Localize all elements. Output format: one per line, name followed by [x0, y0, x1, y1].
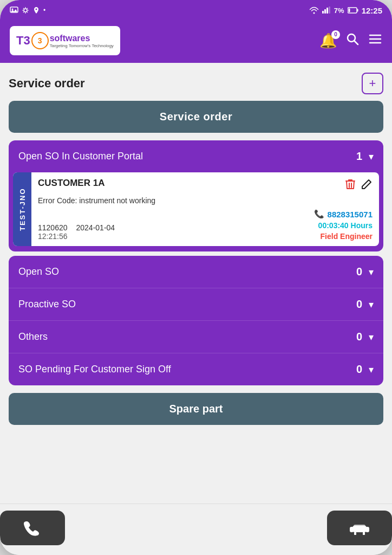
status-bar-right: 7% 12:25 [309, 6, 382, 15]
phone-nav-button[interactable] [0, 511, 65, 545]
open-so-count: 0 [356, 266, 362, 278]
open-so-header[interactable]: Open SO 0 ▾ [9, 256, 383, 288]
open-so-right: 0 ▾ [356, 266, 374, 278]
header-icons: 🔔 0 [319, 32, 382, 50]
logo-t3: T3 [16, 34, 30, 48]
delete-button[interactable] [344, 178, 356, 194]
logo-softwares: softwares [50, 34, 114, 43]
plus-icon: + [369, 76, 376, 91]
edit-icon [361, 178, 373, 190]
card-top-row: CUSTOMER 1A [38, 178, 373, 194]
so-pending-item: SO Pending For Customer Sign Off 0 ▾ [9, 353, 383, 385]
so-pending-header[interactable]: SO Pending For Customer Sign Off 0 ▾ [9, 353, 383, 385]
add-service-order-button[interactable]: + [362, 73, 383, 94]
error-code: Error Code: instrument not working [38, 196, 373, 205]
svg-rect-17 [350, 527, 354, 532]
open-so-customer-portal-label: Open SO In Customer Portal [18, 151, 143, 162]
card-actions [344, 178, 373, 194]
so-pending-count: 0 [356, 363, 362, 376]
phone-icon: 📞 [314, 209, 324, 219]
svg-point-2 [24, 9, 27, 12]
wifi-icon [309, 7, 319, 14]
page-header-row: Service order + [9, 73, 383, 94]
hamburger-icon [368, 32, 382, 46]
bottom-nav [0, 504, 392, 555]
phone-frame: • 7% 12:25 [0, 0, 392, 555]
spare-btn-label: Spare part [169, 403, 223, 415]
chevron-down-icon: ▾ [369, 364, 374, 376]
open-so-item: Open SO 0 ▾ [9, 256, 383, 288]
svg-rect-6 [326, 8, 328, 14]
image-icon [10, 7, 18, 14]
app-header: T3 3 softwares Targeting Tomorrow's Tech… [0, 21, 392, 63]
search-button[interactable] [345, 32, 360, 50]
proactive-so-right: 0 ▾ [356, 298, 374, 311]
edit-button[interactable] [361, 178, 373, 194]
svg-rect-18 [365, 527, 369, 532]
page-title: Service order [9, 76, 85, 91]
proactive-so-label: Proactive SO [18, 299, 76, 310]
app-logo: T3 3 softwares Targeting Tomorrow's Tech… [10, 26, 120, 55]
settings-icon [22, 7, 29, 14]
battery-percent: 7% [334, 7, 344, 15]
phone-row[interactable]: 📞 8828315071 [314, 209, 373, 219]
customer-card: TEST-JNO CUSTOMER 1A [13, 172, 379, 246]
open-so-customer-portal-header[interactable]: Open SO In Customer Portal 1 ▾ [9, 140, 383, 172]
card-side-tag: TEST-JNO [13, 172, 31, 246]
proactive-so-count: 0 [356, 298, 362, 311]
chevron-down-icon: ▾ [369, 331, 374, 343]
notification-badge: 0 [331, 30, 340, 39]
chevron-down-icon: ▾ [369, 151, 374, 163]
card-time: 12:21:56 [38, 232, 115, 241]
others-count: 0 [356, 331, 362, 343]
svg-point-3 [36, 9, 37, 10]
card-id: 1120620 [38, 223, 68, 232]
card-right-info: 📞 8828315071 00:03:40 Hours Field Engine… [314, 209, 373, 241]
spare-part-button[interactable]: Spare part [9, 393, 383, 425]
main-content: Service order + Service order Open SO In… [0, 63, 392, 504]
location-icon [32, 7, 40, 14]
svg-rect-5 [324, 9, 326, 14]
so-pending-right: 0 ▾ [356, 363, 374, 376]
proactive-so-header[interactable]: Proactive SO 0 ▾ [9, 288, 383, 320]
logo-tagline: Targeting Tomorrow's Technology [50, 43, 114, 48]
open-so-customer-portal-section: Open SO In Customer Portal 1 ▾ TEST-JNO … [9, 140, 383, 251]
card-content: CUSTOMER 1A [31, 172, 379, 246]
customer-name: CUSTOMER 1A [38, 178, 104, 189]
svg-rect-19 [354, 525, 365, 528]
others-header[interactable]: Others 0 ▾ [9, 321, 383, 353]
card-date: 2024-01-04 [76, 223, 115, 232]
service-order-main-button[interactable]: Service order [9, 101, 383, 133]
phone-number: 8828315071 [328, 210, 373, 219]
notification-button[interactable]: 🔔 0 [319, 33, 337, 49]
chevron-down-icon: ▾ [369, 299, 374, 311]
menu-button[interactable] [368, 32, 382, 50]
others-right: 0 ▾ [356, 331, 374, 343]
sofa-icon [349, 520, 370, 535]
svg-line-12 [355, 41, 358, 44]
card-ids: 1120620 2024-01-04 [38, 223, 115, 232]
proactive-so-item: Proactive SO 0 ▾ [9, 288, 383, 321]
card-bottom-row: 1120620 2024-01-04 12:21:56 📞 8828315071… [38, 209, 373, 241]
sofa-nav-button[interactable] [327, 511, 392, 545]
open-so-right: 1 ▾ [356, 150, 374, 163]
battery-icon [348, 7, 358, 14]
others-label: Others [18, 331, 48, 343]
hours-text: 00:03:40 Hours [314, 221, 373, 230]
chevron-down-icon: ▾ [369, 266, 374, 278]
svg-rect-10 [348, 9, 350, 12]
card-left-info: 1120620 2024-01-04 12:21:56 [38, 223, 115, 241]
open-so-count: 1 [356, 150, 362, 163]
svg-rect-7 [329, 7, 330, 14]
trash-icon [344, 178, 356, 191]
open-so-label: Open SO [18, 266, 59, 278]
dot-indicator: • [43, 7, 45, 14]
search-icon [345, 32, 360, 46]
signal-icon [322, 7, 331, 14]
svg-rect-21 [363, 532, 365, 535]
svg-rect-9 [357, 9, 358, 12]
so-pending-label: SO Pending For Customer Sign Off [18, 364, 171, 375]
time-display: 12:25 [362, 6, 382, 15]
svg-rect-4 [322, 11, 324, 14]
service-order-btn-label: Service order [160, 111, 232, 122]
